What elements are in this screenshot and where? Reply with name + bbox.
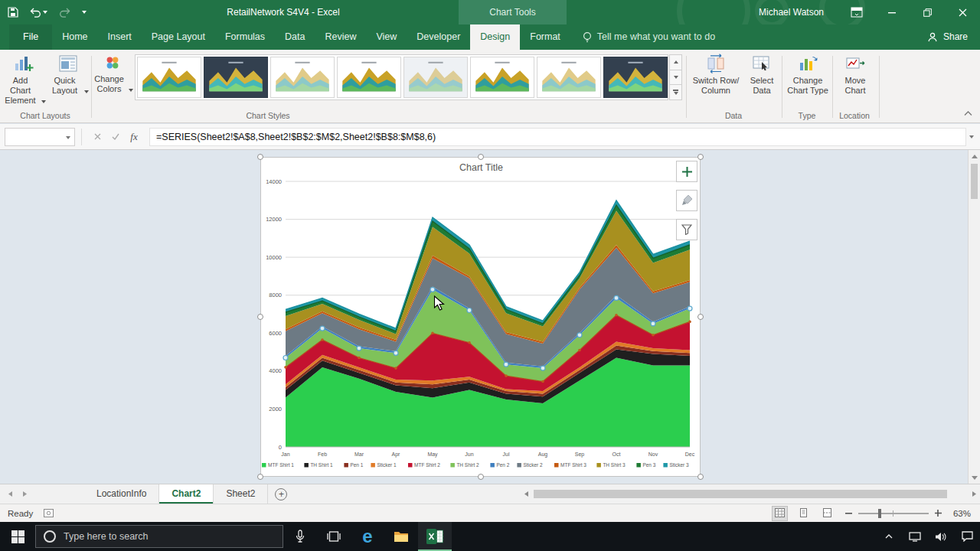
excel-taskbar-icon[interactable] [418,522,452,551]
zoom-percent-label[interactable]: 63% [948,509,971,518]
show-hidden-icons-chevron[interactable] [876,522,902,551]
horizontal-scrollbar[interactable] [521,484,980,504]
quick-layout-button[interactable]: Quick Layout [47,54,89,96]
ribbon-tab-view[interactable]: View [366,24,407,50]
sheet-tab-locationinfo[interactable]: LocationInfo [84,484,159,504]
chart-resize-handle[interactable] [697,154,704,160]
chart-style-thumbnail-6[interactable] [470,57,534,98]
collapse-ribbon-icon[interactable] [964,108,972,119]
scroll-left-icon[interactable] [524,489,529,500]
ribbon-tab-formulas[interactable]: Formulas [215,24,275,50]
ribbon-tab-developer[interactable]: Developer [407,24,470,50]
start-button[interactable] [0,522,35,551]
sheet-nav-next-icon[interactable] [22,489,28,500]
display-icon[interactable] [902,522,928,551]
change-chart-type-button[interactable]: Change Chart Type [784,54,831,96]
chart-resize-handle[interactable] [257,314,263,320]
chart-styles-button[interactable] [676,190,697,211]
chart-resize-handle[interactable] [478,474,484,480]
sheet-tab-sheet2[interactable]: Sheet2 [214,484,268,504]
tell-me-box[interactable]: Tell me what you want to do [583,24,715,50]
enter-entry-icon[interactable] [106,131,125,142]
cancel-entry-icon[interactable] [88,131,106,142]
scroll-up-icon[interactable] [969,150,980,162]
volume-icon[interactable] [928,522,954,551]
ribbon-display-options-icon[interactable] [839,0,874,24]
undo-icon[interactable] [30,8,47,18]
zoom-slider[interactable] [858,513,929,514]
scroll-down-icon[interactable] [969,471,980,484]
chart-style-thumbnail-5[interactable] [403,57,468,98]
file-explorer-icon[interactable] [384,522,418,551]
zoom-out-icon[interactable] [845,509,852,518]
chart-resize-handle[interactable] [478,154,484,160]
ribbon-tab-file[interactable]: File [9,24,52,50]
ribbon-tab-data[interactable]: Data [275,24,315,50]
sheet-nav-prev-icon[interactable] [8,489,13,500]
chart-resize-handle[interactable] [257,474,263,480]
chart-resize-handle[interactable] [697,474,704,480]
select-data-button[interactable]: Select Data [743,54,781,96]
stacked-area-chart[interactable]: 02000400060008000100001200014000JanFebMa… [261,158,701,478]
vertical-scrollbar[interactable] [968,150,980,484]
ribbon-tab-design[interactable]: Design [470,24,520,50]
chart-style-thumbnail-4[interactable] [337,57,401,98]
ribbon-tab-insert[interactable]: Insert [98,24,142,50]
redo-icon[interactable] [59,8,70,18]
ribbon-tab-home[interactable]: Home [52,24,97,50]
ribbon-tab-review[interactable]: Review [315,24,366,50]
chart-object[interactable]: 02000400060008000100001200014000JanFebMa… [260,157,701,477]
gallery-scroll-up-icon[interactable] [669,54,682,70]
insert-function-icon[interactable]: fx [125,131,143,143]
filter-funnel-icon [681,224,692,235]
name-box-caret[interactable] [66,136,70,139]
name-box[interactable] [5,128,75,146]
new-sheet-button[interactable]: + [268,484,294,504]
chart-resize-handle[interactable] [697,314,704,320]
undo-dropdown-caret[interactable] [43,11,47,14]
move-chart-button[interactable]: Move Chart [835,54,876,96]
formula-input[interactable]: =SERIES(Sheet2!$A$8,Sheet2!$B$2:$M$2,She… [149,128,966,146]
restore-button[interactable] [910,0,945,24]
chart-style-thumbnail-1[interactable] [137,57,201,98]
dictation-mic-icon[interactable] [283,522,317,551]
gallery-more-icon[interactable] [669,85,682,100]
formula-bar-expand-caret[interactable] [969,135,974,139]
chart-style-thumbnail-2[interactable] [204,57,268,98]
change-colors-button[interactable]: Change Colors [92,54,133,94]
gallery-scroll-down-icon[interactable] [669,70,682,86]
customize-quick-access-icon[interactable] [82,11,87,14]
person-icon [927,32,938,42]
chart-style-thumbnail-8[interactable] [603,57,668,98]
share-button[interactable]: Share [927,24,968,50]
zoom-in-icon[interactable] [935,509,942,518]
ribbon-tab-format[interactable]: Format [520,24,570,50]
svg-text:Mar: Mar [354,452,364,457]
add-chart-element-button[interactable]: Add Chart Element [2,54,46,106]
normal-view-button[interactable] [773,507,787,520]
scroll-right-icon[interactable] [972,489,977,500]
minimize-button[interactable] [874,0,910,24]
save-icon[interactable] [8,7,18,18]
macro-record-icon[interactable] [44,509,54,517]
zoom-slider-thumb[interactable] [878,509,881,518]
page-layout-view-button[interactable] [796,507,811,520]
close-button[interactable] [945,0,980,24]
ribbon-tab-page-layout[interactable]: Page Layout [142,24,215,50]
account-name[interactable]: Michael Watson [759,7,824,18]
horizontal-scroll-thumb[interactable] [534,490,947,498]
chart-resize-handle[interactable] [257,154,263,160]
chart-filters-button[interactable] [676,219,697,240]
action-center-icon[interactable] [954,522,980,551]
sheet-tab-chart2[interactable]: Chart2 [159,484,214,504]
page-break-view-button[interactable] [820,507,835,520]
vertical-scroll-thumb[interactable] [971,164,978,199]
edge-icon[interactable]: e [351,522,384,551]
svg-text:TH Shirt 1: TH Shirt 1 [310,462,333,468]
task-view-icon[interactable] [317,522,351,551]
chart-elements-button[interactable] [676,161,697,182]
switch-row-column-button[interactable]: Switch Row/ Column [691,54,741,96]
taskbar-search-box[interactable]: Type here to search [35,525,283,548]
chart-style-thumbnail-7[interactable] [537,57,601,98]
chart-style-thumbnail-3[interactable] [270,57,335,98]
